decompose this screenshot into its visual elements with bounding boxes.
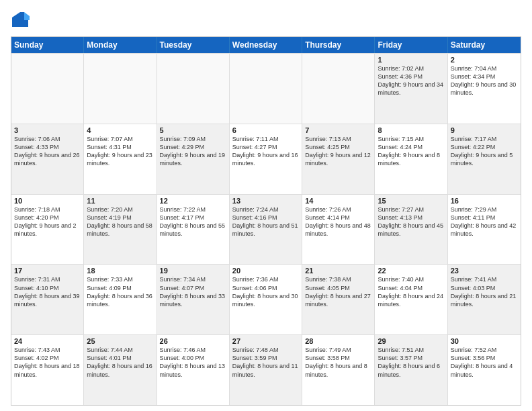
cal-header-wednesday: Wednesday — [230, 37, 302, 53]
day-number: 21 — [305, 267, 371, 275]
cal-cell-day-30: 30Sunrise: 7:52 AM Sunset: 3:56 PM Dayli… — [448, 335, 521, 405]
day-number: 14 — [305, 197, 371, 205]
cal-cell-day-19: 19Sunrise: 7:34 AM Sunset: 4:07 PM Dayli… — [157, 265, 230, 334]
cal-cell-empty-0-4 — [302, 54, 375, 124]
cell-daylight-info: Sunrise: 7:22 AM Sunset: 4:17 PM Dayligh… — [160, 205, 226, 238]
cell-daylight-info: Sunrise: 7:48 AM Sunset: 3:59 PM Dayligh… — [232, 346, 299, 379]
cell-daylight-info: Sunrise: 7:46 AM Sunset: 4:00 PM Dayligh… — [160, 346, 226, 379]
day-number: 17 — [14, 267, 81, 275]
cal-row-0: 1Sunrise: 7:02 AM Sunset: 4:36 PM Daylig… — [11, 53, 521, 124]
day-number: 18 — [87, 267, 153, 275]
cell-daylight-info: Sunrise: 7:18 AM Sunset: 4:20 PM Dayligh… — [14, 205, 81, 238]
cal-cell-day-2: 2Sunrise: 7:04 AM Sunset: 4:34 PM Daylig… — [448, 54, 521, 124]
cal-cell-day-28: 28Sunrise: 7:49 AM Sunset: 3:58 PM Dayli… — [302, 335, 375, 405]
calendar-header-row: SundayMondayTuesdayWednesdayThursdayFrid… — [11, 37, 521, 53]
cell-daylight-info: Sunrise: 7:51 AM Sunset: 3:57 PM Dayligh… — [378, 346, 444, 379]
svg-marker-2 — [20, 12, 24, 20]
cal-row-4: 24Sunrise: 7:43 AM Sunset: 4:02 PM Dayli… — [11, 334, 521, 405]
cal-cell-day-27: 27Sunrise: 7:48 AM Sunset: 3:59 PM Dayli… — [230, 335, 302, 405]
cell-daylight-info: Sunrise: 7:43 AM Sunset: 4:02 PM Dayligh… — [14, 346, 81, 379]
cal-cell-day-26: 26Sunrise: 7:46 AM Sunset: 4:00 PM Dayli… — [157, 335, 230, 405]
page: SundayMondayTuesdayWednesdayThursdayFrid… — [0, 0, 532, 411]
cell-daylight-info: Sunrise: 7:44 AM Sunset: 4:01 PM Dayligh… — [87, 346, 153, 379]
day-number: 19 — [160, 267, 226, 275]
day-number: 1 — [378, 56, 444, 64]
day-number: 30 — [451, 337, 518, 345]
day-number: 11 — [87, 197, 153, 205]
cell-daylight-info: Sunrise: 7:09 AM Sunset: 4:29 PM Dayligh… — [160, 135, 226, 168]
cal-header-tuesday: Tuesday — [157, 37, 230, 53]
cell-daylight-info: Sunrise: 7:26 AM Sunset: 4:14 PM Dayligh… — [305, 205, 371, 238]
cell-daylight-info: Sunrise: 7:33 AM Sunset: 4:09 PM Dayligh… — [87, 275, 153, 308]
day-number: 3 — [14, 126, 81, 134]
day-number: 13 — [232, 197, 299, 205]
cell-daylight-info: Sunrise: 7:13 AM Sunset: 4:25 PM Dayligh… — [305, 135, 371, 168]
day-number: 29 — [378, 337, 444, 345]
cell-daylight-info: Sunrise: 7:38 AM Sunset: 4:05 PM Dayligh… — [305, 275, 371, 308]
cal-cell-day-10: 10Sunrise: 7:18 AM Sunset: 4:20 PM Dayli… — [11, 195, 84, 265]
cal-cell-day-22: 22Sunrise: 7:40 AM Sunset: 4:04 PM Dayli… — [375, 265, 447, 334]
day-number: 28 — [305, 337, 371, 345]
day-number: 15 — [378, 197, 444, 205]
cal-header-thursday: Thursday — [302, 37, 375, 53]
day-number: 5 — [160, 126, 226, 134]
cal-cell-day-1: 1Sunrise: 7:02 AM Sunset: 4:36 PM Daylig… — [375, 54, 447, 124]
cell-daylight-info: Sunrise: 7:34 AM Sunset: 4:07 PM Dayligh… — [160, 275, 226, 308]
cal-cell-day-24: 24Sunrise: 7:43 AM Sunset: 4:02 PM Dayli… — [11, 335, 84, 405]
cal-cell-day-12: 12Sunrise: 7:22 AM Sunset: 4:17 PM Dayli… — [157, 195, 230, 265]
cell-daylight-info: Sunrise: 7:40 AM Sunset: 4:04 PM Dayligh… — [378, 275, 444, 308]
day-number: 7 — [305, 126, 371, 134]
cell-daylight-info: Sunrise: 7:15 AM Sunset: 4:24 PM Dayligh… — [378, 135, 444, 168]
day-number: 27 — [232, 337, 299, 345]
calendar-body: 1Sunrise: 7:02 AM Sunset: 4:36 PM Daylig… — [11, 53, 521, 405]
day-number: 10 — [14, 197, 81, 205]
cell-daylight-info: Sunrise: 7:02 AM Sunset: 4:36 PM Dayligh… — [378, 64, 444, 97]
svg-marker-1 — [24, 12, 30, 20]
cell-daylight-info: Sunrise: 7:49 AM Sunset: 3:58 PM Dayligh… — [305, 346, 371, 379]
cal-cell-day-16: 16Sunrise: 7:29 AM Sunset: 4:11 PM Dayli… — [448, 195, 521, 265]
cal-header-sunday: Sunday — [11, 37, 84, 53]
cal-header-saturday: Saturday — [448, 37, 521, 53]
day-number: 2 — [451, 56, 518, 64]
cal-cell-day-25: 25Sunrise: 7:44 AM Sunset: 4:01 PM Dayli… — [84, 335, 157, 405]
day-number: 22 — [378, 267, 444, 275]
cell-daylight-info: Sunrise: 7:24 AM Sunset: 4:16 PM Dayligh… — [232, 205, 299, 238]
cal-cell-day-21: 21Sunrise: 7:38 AM Sunset: 4:05 PM Dayli… — [302, 265, 375, 334]
cal-cell-day-9: 9Sunrise: 7:17 AM Sunset: 4:22 PM Daylig… — [448, 124, 521, 194]
cell-daylight-info: Sunrise: 7:06 AM Sunset: 4:33 PM Dayligh… — [14, 135, 81, 168]
cal-cell-day-15: 15Sunrise: 7:27 AM Sunset: 4:13 PM Dayli… — [375, 195, 447, 265]
cal-cell-day-18: 18Sunrise: 7:33 AM Sunset: 4:09 PM Dayli… — [84, 265, 157, 334]
logo — [11, 11, 32, 30]
cal-header-monday: Monday — [84, 37, 157, 53]
calendar: SundayMondayTuesdayWednesdayThursdayFrid… — [11, 36, 521, 406]
day-number: 8 — [378, 126, 444, 134]
day-number: 23 — [451, 267, 518, 275]
cal-row-1: 3Sunrise: 7:06 AM Sunset: 4:33 PM Daylig… — [11, 124, 521, 194]
logo-icon — [11, 11, 30, 30]
cal-cell-day-20: 20Sunrise: 7:36 AM Sunset: 4:06 PM Dayli… — [230, 265, 302, 334]
cal-cell-day-29: 29Sunrise: 7:51 AM Sunset: 3:57 PM Dayli… — [375, 335, 447, 405]
cal-cell-empty-0-1 — [84, 54, 157, 124]
cal-cell-day-14: 14Sunrise: 7:26 AM Sunset: 4:14 PM Dayli… — [302, 195, 375, 265]
cell-daylight-info: Sunrise: 7:52 AM Sunset: 3:56 PM Dayligh… — [451, 346, 518, 379]
cell-daylight-info: Sunrise: 7:31 AM Sunset: 4:10 PM Dayligh… — [14, 275, 81, 308]
cell-daylight-info: Sunrise: 7:20 AM Sunset: 4:19 PM Dayligh… — [87, 205, 153, 238]
cal-cell-day-23: 23Sunrise: 7:41 AM Sunset: 4:03 PM Dayli… — [448, 265, 521, 334]
cal-cell-day-11: 11Sunrise: 7:20 AM Sunset: 4:19 PM Dayli… — [84, 195, 157, 265]
cell-daylight-info: Sunrise: 7:41 AM Sunset: 4:03 PM Dayligh… — [451, 275, 518, 308]
cal-cell-empty-0-3 — [230, 54, 302, 124]
cal-cell-day-8: 8Sunrise: 7:15 AM Sunset: 4:24 PM Daylig… — [375, 124, 447, 194]
cal-cell-empty-0-0 — [11, 54, 84, 124]
cal-cell-day-17: 17Sunrise: 7:31 AM Sunset: 4:10 PM Dayli… — [11, 265, 84, 334]
cal-header-friday: Friday — [375, 37, 447, 53]
day-number: 12 — [160, 197, 226, 205]
cal-cell-day-4: 4Sunrise: 7:07 AM Sunset: 4:31 PM Daylig… — [84, 124, 157, 194]
cell-daylight-info: Sunrise: 7:07 AM Sunset: 4:31 PM Dayligh… — [87, 135, 153, 168]
cell-daylight-info: Sunrise: 7:11 AM Sunset: 4:27 PM Dayligh… — [232, 135, 299, 168]
day-number: 25 — [87, 337, 153, 345]
cal-cell-empty-0-2 — [157, 54, 230, 124]
cal-cell-day-7: 7Sunrise: 7:13 AM Sunset: 4:25 PM Daylig… — [302, 124, 375, 194]
day-number: 6 — [232, 126, 299, 134]
header — [11, 11, 521, 30]
cell-daylight-info: Sunrise: 7:36 AM Sunset: 4:06 PM Dayligh… — [232, 275, 299, 308]
